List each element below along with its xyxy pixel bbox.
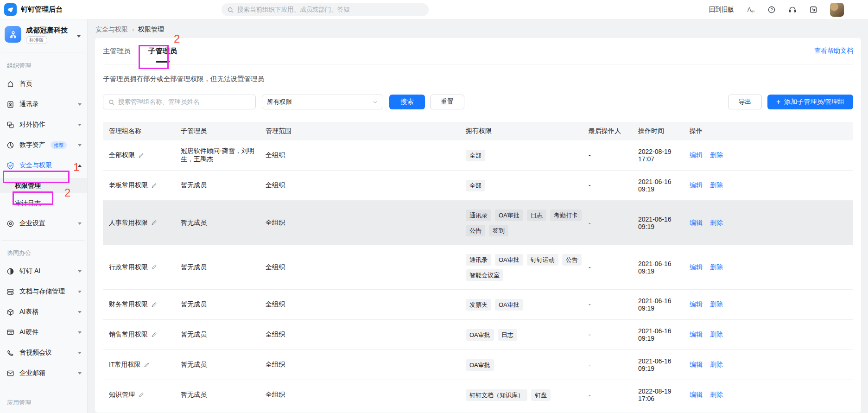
- edit-link[interactable]: 编辑: [690, 300, 703, 309]
- edit-name-icon[interactable]: [151, 183, 157, 189]
- delete-link[interactable]: 删除: [710, 151, 723, 159]
- delete-link[interactable]: 删除: [710, 361, 723, 369]
- app-title: 钉钉管理后台: [21, 5, 63, 14]
- edit-name-icon[interactable]: [151, 302, 157, 308]
- group-name-cell: IT常用权限: [109, 361, 181, 369]
- operator-cell: -: [589, 182, 638, 189]
- sidebar-item-mail[interactable]: 企业邮箱: [0, 363, 87, 383]
- column-header: 拥有权限: [466, 127, 589, 135]
- search-button[interactable]: 搜索: [389, 95, 425, 109]
- actions-cell: 编辑删除: [690, 151, 853, 159]
- edit-link[interactable]: 编辑: [690, 330, 703, 339]
- permission-chip: 钉盘: [531, 389, 551, 401]
- group-name: 销售常用权限: [109, 330, 148, 339]
- permissions-cell: 通讯录OA审批日志考勤打卡公告签到: [466, 210, 589, 236]
- edit-link[interactable]: 编辑: [690, 181, 703, 190]
- delete-link[interactable]: 删除: [710, 391, 723, 399]
- column-header: 管理范围: [266, 127, 466, 135]
- sidebar-item-security[interactable]: 安全与权限: [0, 155, 87, 176]
- sidebar-item-av-meeting[interactable]: 音视频会议: [0, 343, 87, 363]
- fullscreen-icon[interactable]: [809, 6, 817, 14]
- edit-name-icon[interactable]: [138, 392, 144, 398]
- edit-link[interactable]: 编辑: [690, 219, 703, 227]
- org-selector[interactable]: 成都冠唐科技 标准版: [0, 19, 87, 44]
- chevron-down-icon: [78, 311, 82, 313]
- tab-sub-admin[interactable]: 子管理员: [148, 38, 177, 64]
- user-avatar[interactable]: [830, 3, 844, 17]
- operator-cell: -: [589, 152, 638, 159]
- time-cell: 2021-06-16 09:19: [638, 178, 690, 193]
- translate-icon[interactable]: A中: [747, 6, 755, 14]
- column-header: 操作: [690, 127, 853, 135]
- home-icon: [6, 80, 14, 88]
- permissions-cell: OA审批: [466, 359, 589, 371]
- sidebar-item-ai-hardware[interactable]: AIAI硬件: [0, 322, 87, 343]
- edit-name-icon[interactable]: [144, 362, 150, 368]
- help-icon[interactable]: ?: [767, 6, 776, 14]
- chevron-down-icon: [372, 99, 378, 105]
- delete-link[interactable]: 删除: [710, 263, 723, 272]
- scope-cell: 全组织: [266, 263, 466, 272]
- edit-name-icon[interactable]: [151, 332, 157, 338]
- breadcrumb-separator-icon: ›: [132, 26, 134, 33]
- edit-name-icon[interactable]: [151, 264, 157, 270]
- global-search-input[interactable]: 搜索当前组织下应用、成员或部门、答疑: [222, 3, 429, 16]
- sidebar-item-label: 企业邮箱: [19, 369, 45, 377]
- group-name-cell: 人事常用权限: [109, 219, 181, 227]
- permission-chip: OA审批: [495, 210, 523, 221]
- edit-link[interactable]: 编辑: [690, 391, 703, 399]
- delete-link[interactable]: 删除: [710, 330, 723, 339]
- sidebar-subitem-audit-log[interactable]: 审计日志: [0, 196, 87, 211]
- edit-link[interactable]: 编辑: [690, 263, 703, 272]
- time-cell: 2021-06-16 09:19: [638, 260, 690, 275]
- back-to-old-version-link[interactable]: 回到旧版: [709, 6, 734, 14]
- delete-link[interactable]: 删除: [710, 300, 723, 309]
- sidebar-item-dingtalk-ai[interactable]: 钉钉 AI: [0, 261, 87, 281]
- group-name-cell: 财务常用权限: [109, 300, 181, 309]
- filter-row: 搜索管理组名称、管理员姓名 所有权限 搜索 重置 导出 +添加子管理员/管理组: [103, 95, 853, 109]
- permissions-cell: 全部: [466, 180, 589, 191]
- storage-icon: [6, 288, 14, 296]
- dingtalk-logo-icon[interactable]: [4, 3, 17, 16]
- topbar-brand: 钉钉管理后台: [0, 3, 222, 16]
- admin-group-search-input[interactable]: 搜索管理组名称、管理员姓名: [103, 95, 256, 109]
- sidebar-subitem-permission[interactable]: 权限管理: [0, 178, 87, 193]
- column-header: 管理组名称: [109, 127, 181, 135]
- chevron-down-icon: [78, 124, 82, 126]
- scope-cell: 全组织: [266, 181, 466, 190]
- tab-main-admin[interactable]: 主管理员: [103, 38, 131, 64]
- sidebar-item-docs-storage[interactable]: 文档与存储管理: [0, 281, 87, 302]
- group-name-cell: 销售常用权限: [109, 330, 181, 339]
- edit-name-icon[interactable]: [138, 152, 144, 159]
- permission-card: 主管理员 子管理员 查看帮助文档 子管理员拥有部分或全部管理权限，但无法设置管理…: [95, 38, 861, 413]
- permission-chip: 日志: [498, 329, 517, 341]
- delete-link[interactable]: 删除: [710, 181, 723, 190]
- breadcrumb-parent[interactable]: 安全与权限: [95, 25, 128, 34]
- plus-icon: +: [776, 98, 780, 106]
- sidebar-nav: 组织管理首页通讯录对外协作数字资产推荐安全与权限权限管理审计日志企业设置协同办公…: [0, 52, 87, 411]
- sidebar-item-label: AI硬件: [19, 328, 38, 337]
- sidebar-item-settings[interactable]: 企业设置: [0, 213, 87, 234]
- help-doc-link[interactable]: 查看帮助文档: [814, 47, 853, 55]
- settings-icon: [6, 220, 14, 228]
- scope-cell: 全组织: [266, 361, 466, 369]
- edit-link[interactable]: 编辑: [690, 361, 703, 369]
- headset-icon[interactable]: [788, 6, 797, 14]
- permission-chip: 公告: [562, 254, 582, 266]
- edit-name-icon[interactable]: [151, 220, 157, 226]
- reset-button[interactable]: 重置: [430, 95, 464, 109]
- add-sub-admin-button[interactable]: +添加子管理员/管理组: [767, 95, 853, 109]
- permission-filter-select[interactable]: 所有权限: [262, 95, 383, 109]
- export-button[interactable]: 导出: [728, 95, 762, 109]
- sidebar-item-home[interactable]: 首页: [0, 74, 87, 94]
- sidebar-item-contacts[interactable]: 通讯录: [0, 94, 87, 114]
- ai-icon: [6, 267, 14, 275]
- sidebar-item-digital-assets[interactable]: 数字资产推荐: [0, 135, 87, 155]
- chevron-down-icon: [78, 352, 82, 354]
- org-name: 成都冠唐科技: [26, 26, 68, 34]
- sidebar-item-ai-table[interactable]: AI表格: [0, 302, 87, 322]
- sidebar-item-label: 钉钉 AI: [19, 267, 40, 275]
- edit-link[interactable]: 编辑: [690, 151, 703, 159]
- sidebar-item-external-collab[interactable]: 对外协作: [0, 114, 87, 135]
- delete-link[interactable]: 删除: [710, 219, 723, 227]
